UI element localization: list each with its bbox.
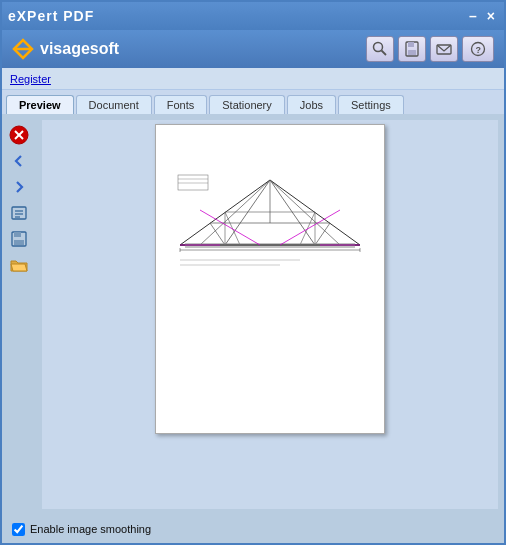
- svg-line-37: [200, 210, 260, 245]
- tab-stationery[interactable]: Stationery: [209, 95, 285, 114]
- close-doc-icon: [9, 125, 29, 145]
- help-icon: ?: [470, 41, 486, 57]
- smoothing-checkbox[interactable]: [12, 523, 25, 536]
- close-doc-button[interactable]: [8, 124, 30, 146]
- tab-fonts[interactable]: Fonts: [154, 95, 208, 114]
- tab-jobs[interactable]: Jobs: [287, 95, 336, 114]
- help-button[interactable]: ?: [462, 36, 494, 62]
- open-button[interactable]: [8, 254, 30, 276]
- svg-line-25: [200, 180, 270, 245]
- page-preview: [155, 124, 385, 434]
- email-icon: [436, 41, 452, 57]
- register-link[interactable]: Register: [10, 73, 51, 85]
- register-bar: Register: [2, 68, 504, 90]
- save-icon: [10, 230, 28, 248]
- title-bar: eXPert PDF – ×: [2, 2, 504, 30]
- svg-rect-19: [14, 240, 24, 245]
- next-page-button[interactable]: [8, 176, 30, 198]
- save-button[interactable]: [8, 228, 30, 250]
- logo-icon: [12, 38, 34, 60]
- tab-preview[interactable]: Preview: [6, 95, 74, 114]
- svg-rect-41: [178, 175, 208, 190]
- title-controls: – ×: [466, 8, 498, 24]
- technical-drawing: [170, 155, 370, 275]
- logo-area: visagesoft: [12, 38, 119, 60]
- list-icon: [10, 204, 28, 222]
- main-window: eXPert PDF – × visagesoft: [0, 0, 506, 545]
- svg-rect-36: [185, 243, 355, 248]
- email-button[interactable]: [430, 36, 458, 62]
- svg-line-3: [382, 51, 387, 56]
- toolbar-icons: ?: [366, 36, 494, 62]
- main-area: [2, 114, 504, 515]
- arrow-right-icon: [10, 178, 28, 196]
- logo-bar: visagesoft: [2, 30, 504, 68]
- preview-area: [42, 120, 498, 509]
- svg-rect-5: [408, 42, 414, 47]
- svg-point-2: [374, 43, 383, 52]
- close-button[interactable]: ×: [484, 8, 498, 24]
- svg-line-38: [280, 210, 340, 245]
- svg-rect-18: [14, 232, 21, 237]
- tabs-bar: Preview Document Fonts Stationery Jobs S…: [2, 90, 504, 114]
- svg-text:?: ?: [476, 45, 482, 55]
- drawing-container: [166, 135, 374, 423]
- svg-line-24: [270, 180, 315, 245]
- prev-page-button[interactable]: [8, 150, 30, 172]
- sidebar: [8, 120, 36, 509]
- svg-rect-6: [408, 50, 416, 55]
- search-icon: [372, 41, 388, 57]
- save-toolbar-button[interactable]: [398, 36, 426, 62]
- tab-settings[interactable]: Settings: [338, 95, 404, 114]
- properties-button[interactable]: [8, 202, 30, 224]
- folder-icon: [9, 256, 29, 274]
- brand-name: visagesoft: [40, 40, 119, 58]
- smoothing-label: Enable image smoothing: [30, 523, 151, 535]
- smoothing-checkbox-area: Enable image smoothing: [12, 523, 151, 536]
- search-button[interactable]: [366, 36, 394, 62]
- tab-document[interactable]: Document: [76, 95, 152, 114]
- save-toolbar-icon: [404, 41, 420, 57]
- arrow-left-icon: [10, 152, 28, 170]
- bottom-bar: Enable image smoothing: [2, 515, 504, 543]
- svg-line-26: [270, 180, 340, 245]
- minimize-button[interactable]: –: [466, 8, 480, 24]
- svg-line-23: [225, 180, 270, 245]
- window-title: eXPert PDF: [8, 8, 94, 24]
